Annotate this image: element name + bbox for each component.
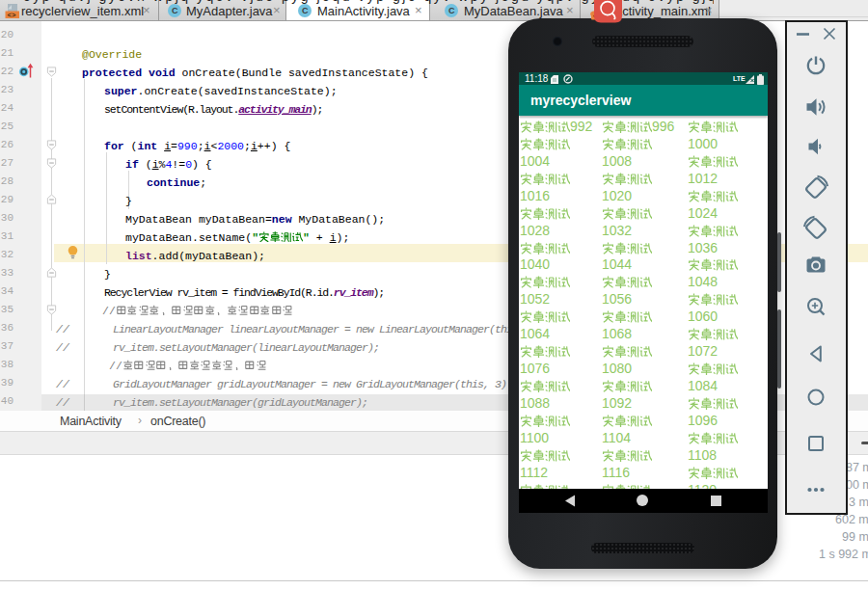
- svg-text:<>: <>: [8, 12, 17, 19]
